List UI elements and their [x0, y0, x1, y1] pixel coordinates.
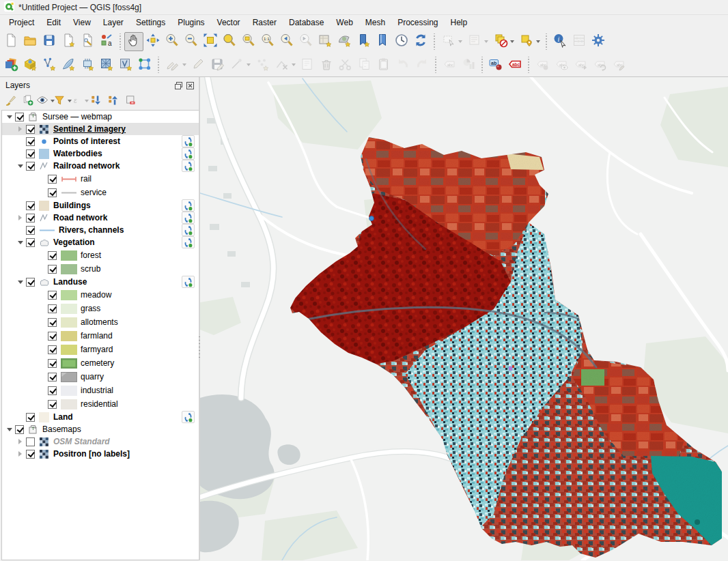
layer-row-points-of-interest[interactable]: Points of interest: [2, 135, 199, 147]
layer-row-buildings[interactable]: Buildings: [2, 199, 199, 212]
layer-checkbox[interactable]: [26, 226, 35, 235]
project-properties-button[interactable]: [78, 32, 97, 51]
layer-checkbox[interactable]: [26, 162, 35, 171]
layer-row-forest[interactable]: forest: [2, 248, 199, 262]
menu-processing[interactable]: Processing: [391, 16, 444, 29]
data-source-manager-button[interactable]: [1, 55, 20, 74]
new-gpx-layer-button[interactable]: [116, 55, 135, 74]
layer-checkbox[interactable]: [48, 386, 57, 395]
highlight-pinned-labels-button[interactable]: ab: [486, 55, 505, 74]
open-layer-styling-button[interactable]: [3, 93, 19, 109]
zoom-to-layer-button[interactable]: [239, 32, 258, 51]
layer-checkbox[interactable]: [26, 437, 35, 446]
expander-expanded-icon[interactable]: [16, 278, 25, 287]
sync-indicator-icon[interactable]: [182, 147, 195, 160]
sync-indicator-icon[interactable]: [182, 212, 195, 224]
layer-row-residential[interactable]: residential: [2, 397, 199, 411]
toggle-unplaced-labels-button[interactable]: abc: [505, 55, 524, 74]
menu-plugins[interactable]: Plugins: [171, 16, 210, 29]
new-3d-map-view-button[interactable]: [335, 32, 354, 51]
layer-checkbox[interactable]: [48, 359, 57, 368]
sync-indicator-icon[interactable]: [182, 160, 195, 172]
add-group-button[interactable]: [20, 93, 36, 109]
new-geopackage-layer-button[interactable]: [20, 55, 40, 74]
layer-checkbox[interactable]: [48, 345, 57, 354]
layer-row-landuse[interactable]: Landuse: [2, 276, 199, 288]
zoom-last-button[interactable]: [277, 32, 296, 51]
layer-row-industrial[interactable]: industrial: [2, 384, 199, 397]
layer-row-allotments[interactable]: allotments: [2, 315, 199, 329]
layer-checkbox[interactable]: [48, 400, 57, 409]
open-project-button[interactable]: [20, 32, 40, 51]
layer-row-positron-no-labels[interactable]: Positron [no labels]: [2, 448, 199, 460]
layer-checkbox[interactable]: [26, 149, 35, 158]
show-spatial-bookmarks-button[interactable]: [373, 32, 392, 51]
new-map-view-button[interactable]: [316, 32, 335, 51]
layer-checkbox[interactable]: [48, 291, 57, 300]
manage-map-themes-button[interactable]: [37, 93, 53, 109]
expander-expanded-icon[interactable]: [16, 238, 25, 247]
layer-row-basemaps[interactable]: Basemaps: [2, 423, 199, 435]
identify-features-button[interactable]: i: [550, 32, 570, 51]
sync-indicator-icon[interactable]: [182, 199, 195, 212]
temporal-controller-button[interactable]: [392, 32, 411, 51]
sync-indicator-icon[interactable]: [182, 276, 195, 288]
layer-row-sursee-webmap[interactable]: Sursee — webmap: [2, 111, 199, 123]
new-project-button[interactable]: [1, 32, 20, 51]
layer-row-rivers-channels[interactable]: Rivers, channels: [2, 224, 199, 236]
zoom-native-button[interactable]: 1:1: [258, 32, 277, 51]
expander-collapsed-icon[interactable]: [16, 450, 25, 459]
layer-row-quarry[interactable]: quarry: [2, 370, 199, 384]
zoom-to-selection-button[interactable]: [220, 32, 239, 51]
select-by-location-button[interactable]: [516, 32, 542, 51]
expander-collapsed-icon[interactable]: [16, 214, 25, 222]
layer-row-railroad-network[interactable]: Railroad network: [2, 160, 199, 172]
layer-row-osm-standard[interactable]: OSM Standard: [2, 435, 199, 448]
layer-checkbox[interactable]: [48, 188, 57, 197]
new-virtual-layer-button[interactable]: [78, 55, 97, 74]
menu-database[interactable]: Database: [283, 16, 330, 29]
layer-checkbox[interactable]: [26, 450, 35, 459]
expander-collapsed-icon[interactable]: [16, 437, 25, 446]
zoom-in-button[interactable]: [163, 32, 182, 51]
pan-map-button[interactable]: [124, 32, 143, 51]
menu-vector[interactable]: Vector: [211, 16, 247, 29]
layer-row-farmland[interactable]: farmland: [2, 329, 199, 343]
new-mesh-layer-button[interactable]: [97, 55, 116, 74]
layer-checkbox[interactable]: [48, 251, 57, 260]
menu-web[interactable]: Web: [330, 16, 359, 29]
pan-to-selection-button[interactable]: [143, 32, 163, 51]
expander-expanded-icon[interactable]: [16, 162, 25, 171]
layer-checkbox[interactable]: [26, 214, 35, 222]
menu-layer[interactable]: Layer: [97, 16, 130, 29]
map-canvas[interactable]: [200, 77, 728, 560]
deselect-all-layers-button[interactable]: [490, 32, 516, 51]
expand-all-button[interactable]: [88, 93, 104, 109]
layer-checkbox[interactable]: [26, 278, 35, 287]
layer-row-vegetation[interactable]: Vegetation: [2, 236, 199, 248]
layer-row-farmyard[interactable]: farmyard: [2, 343, 199, 356]
layer-row-rail[interactable]: rail: [2, 172, 199, 186]
sync-indicator-icon[interactable]: [182, 411, 195, 423]
layer-checkbox[interactable]: [26, 201, 35, 210]
refresh-button[interactable]: [411, 32, 430, 51]
processing-toolbox-button[interactable]: [589, 32, 608, 51]
layer-checkbox[interactable]: [48, 175, 57, 184]
new-temporary-scratch-layer-button[interactable]: [135, 55, 154, 74]
layer-checkbox[interactable]: [48, 304, 57, 313]
save-project-button[interactable]: [40, 32, 59, 51]
close-panel-button[interactable]: [185, 81, 195, 90]
expander-expanded-icon[interactable]: [5, 113, 14, 121]
remove-layer-group-button[interactable]: [122, 93, 139, 109]
layer-checkbox[interactable]: [26, 238, 35, 247]
layer-row-grass[interactable]: grass: [2, 302, 199, 315]
layer-row-scrub[interactable]: scrub: [2, 262, 199, 276]
new-spatialite-layer-button[interactable]: [59, 55, 78, 74]
layer-checkbox[interactable]: [48, 318, 57, 327]
style-manager-button[interactable]: a: [97, 32, 116, 51]
sync-indicator-icon[interactable]: [182, 236, 195, 248]
expander-expanded-icon[interactable]: [5, 425, 14, 434]
menu-raster[interactable]: Raster: [247, 16, 283, 29]
layer-checkbox[interactable]: [15, 425, 24, 434]
menu-edit[interactable]: Edit: [40, 16, 67, 29]
